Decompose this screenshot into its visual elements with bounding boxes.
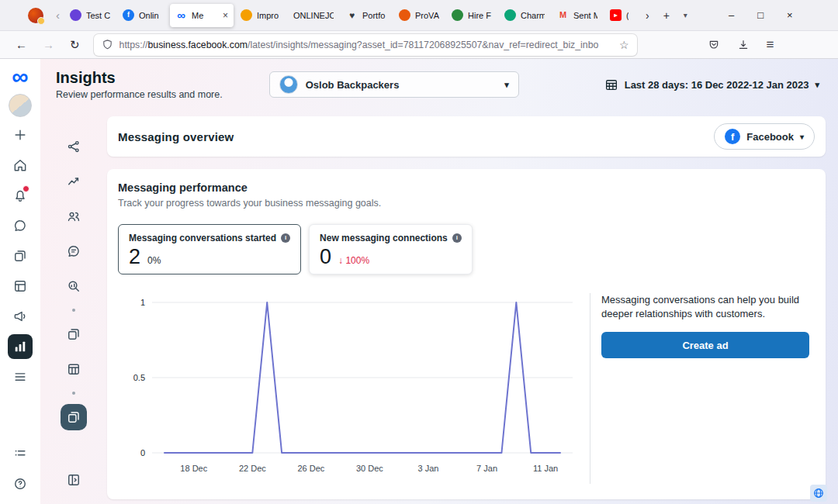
- menu-icon[interactable]: ≡: [760, 37, 781, 53]
- close-button[interactable]: ×: [787, 9, 793, 21]
- create-icon[interactable]: [8, 123, 33, 147]
- reload-button[interactable]: ↻: [62, 38, 88, 52]
- metric-cards: Messaging conversations started i 2 0%: [118, 224, 815, 274]
- metric-value: 2: [129, 247, 140, 268]
- page-subtitle: Review performance results and more.: [56, 89, 223, 100]
- info-icon[interactable]: i: [452, 233, 462, 243]
- tab-label: Onlin: [139, 11, 163, 20]
- meta-business-suite-page: ∞: [0, 59, 838, 504]
- metric-label: Messaging conversations started: [129, 233, 276, 243]
- tab-label: Portfo: [362, 11, 386, 20]
- browser-tab[interactable]: Test C: [64, 4, 116, 27]
- metric-new-connections[interactable]: New messaging connections i 0 ↓ 100%: [309, 224, 473, 274]
- feedback-icon[interactable]: [61, 238, 87, 264]
- messaging-performance-card: Messaging performance Track your progres…: [107, 169, 826, 499]
- svg-text:0: 0: [140, 448, 145, 457]
- messaging-icon[interactable]: [61, 404, 87, 430]
- tab-label: Me: [192, 11, 216, 20]
- vertical-divider: [590, 293, 590, 484]
- audience-icon[interactable]: [61, 203, 87, 230]
- main-column: Insights Review performance results and …: [40, 59, 838, 504]
- business-avatar: [279, 75, 298, 94]
- results-icon[interactable]: [61, 168, 87, 195]
- list-tabs-icon[interactable]: ▾: [677, 11, 694, 19]
- overview-icon[interactable]: [61, 133, 87, 160]
- browser-tab[interactable]: ProVA: [393, 4, 445, 27]
- calendar-icon: [604, 78, 618, 91]
- chevron-down-icon: ▾: [504, 80, 509, 90]
- platform-label: Facebook: [746, 131, 794, 143]
- chevron-down-icon: ▾: [800, 133, 804, 141]
- pocket-icon[interactable]: [701, 39, 727, 51]
- metric-value: 0: [320, 247, 331, 268]
- browser-tab[interactable]: ONLINEJO: [288, 4, 339, 27]
- create-ad-button[interactable]: Create ad: [601, 332, 809, 358]
- metric-delta: 0%: [147, 255, 161, 268]
- forward-button[interactable]: →: [35, 38, 62, 51]
- planner-icon[interactable]: [61, 356, 87, 382]
- new-tab-button[interactable]: +: [656, 9, 677, 22]
- tasks-icon[interactable]: [8, 441, 33, 466]
- browser-tab[interactable]: f Onlin: [117, 4, 168, 27]
- user-avatar[interactable]: [9, 94, 32, 117]
- tab-label: Charm: [521, 11, 545, 20]
- back-button[interactable]: ←: [8, 38, 35, 51]
- platform-selector[interactable]: f Facebook ▾: [714, 123, 815, 150]
- browser-profile-icon[interactable]: [28, 8, 43, 23]
- ads-megaphone-icon[interactable]: [8, 304, 33, 329]
- chevron-down-icon: ▾: [815, 80, 819, 90]
- tab-favicon: ∞: [175, 9, 187, 21]
- browser-tab[interactable]: Charm: [499, 4, 550, 27]
- bookmark-star-icon[interactable]: ☆: [619, 39, 629, 51]
- tab-label: (: [626, 11, 628, 20]
- tab-close-icon[interactable]: ×: [221, 10, 228, 21]
- browser-tab[interactable]: Impro: [235, 4, 286, 27]
- inbox-icon[interactable]: [8, 213, 33, 238]
- tracking-shield-icon[interactable]: [102, 39, 113, 50]
- help-icon[interactable]: [8, 471, 33, 496]
- svg-text:22 Dec: 22 Dec: [239, 464, 266, 473]
- browser-tab[interactable]: M Sent M: [552, 4, 603, 27]
- browser-tab-active[interactable]: ∞ Me ×: [170, 4, 234, 27]
- date-range-selector[interactable]: Last 28 days: 16 Dec 2022-12 Jan 2023 ▾: [604, 78, 819, 91]
- home-icon[interactable]: [8, 153, 33, 178]
- date-range-label: Last 28 days: 16 Dec 2022-12 Jan 2023: [625, 79, 809, 91]
- tab-favicon: [241, 9, 252, 21]
- browser-tab[interactable]: ▸ (: [604, 4, 634, 27]
- tab-label: Impro: [257, 11, 281, 20]
- business-selector[interactable]: Oslob Backpackers ▾: [269, 71, 519, 98]
- metric-conversations-started[interactable]: Messaging conversations started i 2 0%: [118, 224, 301, 274]
- card-subtitle: Track your progress towards your busines…: [118, 198, 815, 209]
- tab-label: ProVA: [415, 11, 439, 20]
- info-icon[interactable]: i: [281, 233, 290, 243]
- tab-label: Sent M: [573, 11, 597, 20]
- browser-tab[interactable]: ♥ Portfo: [341, 4, 392, 27]
- browser-tab[interactable]: Hire F: [446, 4, 497, 27]
- meta-logo[interactable]: ∞: [12, 65, 28, 88]
- tab-favicon: ♥: [346, 9, 358, 21]
- url-bar[interactable]: https://business.facebook.com/latest/ins…: [94, 34, 637, 56]
- all-tools-icon[interactable]: [8, 364, 33, 389]
- minimize-button[interactable]: –: [729, 9, 734, 21]
- notifications-icon[interactable]: [8, 183, 33, 208]
- tab-favicon: [504, 9, 516, 21]
- tab-scroll-right-icon[interactable]: ›: [639, 9, 656, 22]
- url-text: https://business.facebook.com/latest/ins…: [119, 40, 613, 50]
- download-icon[interactable]: [730, 39, 757, 51]
- messaging-overview-card: Messaging overview f Facebook ▾: [107, 116, 826, 157]
- browser-nav-bar: ← → ↻ https://business.facebook.com/late…: [0, 31, 838, 59]
- language-globe-button[interactable]: [810, 485, 827, 502]
- maximize-button[interactable]: □: [757, 9, 764, 21]
- card-title: Messaging performance: [118, 181, 815, 194]
- tab-favicon: [399, 9, 410, 21]
- benchmarking-icon[interactable]: [61, 273, 87, 299]
- collapse-sidebar-icon[interactable]: [61, 467, 87, 493]
- chart-row: 00.5118 Dec22 Dec26 Dec30 Dec3 Jan7 Jan1…: [118, 292, 815, 490]
- tab-scroll-left-icon[interactable]: ‹: [51, 9, 64, 22]
- content-icon[interactable]: [8, 243, 33, 268]
- browser-tab-bar: ‹ Test C f Onlin ∞ Me × Impro ONLINEJO: [0, 0, 838, 31]
- content-pages-icon[interactable]: [61, 321, 87, 347]
- billing-icon[interactable]: [8, 274, 33, 299]
- tab-label: Test C: [86, 11, 110, 20]
- insights-icon[interactable]: [8, 334, 33, 359]
